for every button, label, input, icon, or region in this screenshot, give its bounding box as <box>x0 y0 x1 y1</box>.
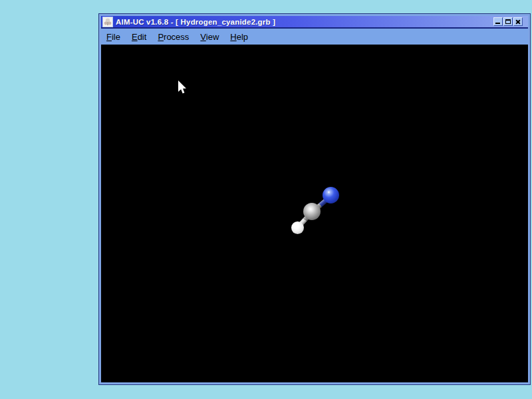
minimize-button[interactable] <box>493 17 503 26</box>
maximize-button[interactable] <box>503 17 513 26</box>
menu-item-help[interactable]: Help <box>230 32 248 42</box>
molecule-viewport[interactable] <box>101 45 528 382</box>
window-title: AIM-UC v1.6.8 - [ Hydrogen_cyanide2.grb … <box>116 18 493 26</box>
menu-bar: File Edit Process View Help <box>101 29 528 45</box>
close-icon <box>514 18 522 25</box>
menu-item-process[interactable]: Process <box>158 32 189 42</box>
menu-item-edit[interactable]: Edit <box>132 32 146 42</box>
desktop-background: AIM-UC v1.6.8 - [ Hydrogen_cyanide2.grb … <box>0 0 532 399</box>
title-bar[interactable]: AIM-UC v1.6.8 - [ Hydrogen_cyanide2.grb … <box>101 16 528 29</box>
app-icon <box>102 17 113 27</box>
atom-nitrogen <box>323 187 339 203</box>
close-button[interactable] <box>513 17 523 26</box>
atom-hydrogen <box>291 221 304 234</box>
window-controls <box>493 17 523 26</box>
maximize-icon <box>505 19 511 24</box>
menu-item-file[interactable]: File <box>106 32 120 42</box>
menu-item-view[interactable]: View <box>200 32 219 42</box>
mouse-cursor-icon <box>177 80 186 96</box>
atom-carbon <box>303 203 321 220</box>
minimize-icon <box>495 23 500 24</box>
app-window: AIM-UC v1.6.8 - [ Hydrogen_cyanide2.grb … <box>98 13 531 385</box>
